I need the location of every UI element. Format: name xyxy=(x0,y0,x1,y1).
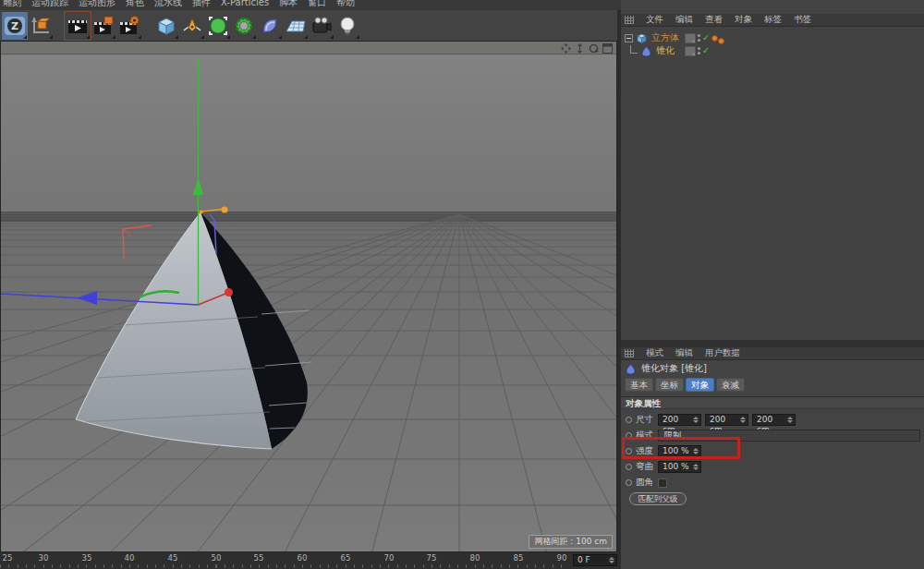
render-region-icon[interactable] xyxy=(91,12,116,40)
menu-item[interactable]: 运动跟踪 xyxy=(31,0,68,10)
strength-field[interactable]: 100 % xyxy=(658,445,701,457)
pan-view-icon[interactable] xyxy=(560,42,571,54)
tab-coordinates[interactable]: 坐标 xyxy=(655,378,684,392)
om-menu-item[interactable]: 标签 xyxy=(764,14,782,26)
viewport-header xyxy=(1,42,616,54)
light-icon[interactable] xyxy=(334,12,360,40)
object-name[interactable]: 锥化 xyxy=(656,44,675,57)
strength-label: 强度 xyxy=(636,445,658,457)
fillet-label: 圆角 xyxy=(636,477,658,489)
menu-item[interactable]: 角色 xyxy=(126,0,144,10)
deformer-icon[interactable] xyxy=(231,12,257,40)
keyframe-dot-icon[interactable] xyxy=(626,432,632,439)
attribute-manager-menubar: 模式 编辑 用户数据 xyxy=(621,347,924,360)
horizontal-splitter[interactable] xyxy=(621,340,924,347)
fillet-checkbox[interactable] xyxy=(658,478,667,488)
size-z-field[interactable]: 200 cm xyxy=(752,414,796,426)
keyframe-dot-icon[interactable] xyxy=(626,464,632,470)
panel-menu-icon[interactable] xyxy=(625,349,634,357)
object-tree[interactable]: 立方体 ✓ 锥化 ✓ xyxy=(621,28,924,340)
keyframe-dot-icon[interactable] xyxy=(626,417,632,423)
curvature-field[interactable]: 100 % xyxy=(658,461,701,473)
cube-primitive-icon[interactable] xyxy=(153,12,179,40)
visibility-dots-icon[interactable] xyxy=(698,47,700,54)
stepper-icon[interactable] xyxy=(609,557,614,563)
size-y-field[interactable]: 200 cm xyxy=(705,414,748,426)
pen-spline-icon[interactable] xyxy=(179,12,205,40)
curvature-label: 弯曲 xyxy=(636,461,658,473)
menu-item[interactable]: 脚本 xyxy=(279,0,298,10)
menu-item[interactable]: X-Particles xyxy=(221,0,269,10)
stepper-icon[interactable] xyxy=(693,417,699,423)
menu-item[interactable]: 运动图形 xyxy=(79,0,116,10)
phong-tag-icon[interactable] xyxy=(718,38,724,44)
om-menu-item[interactable]: 编辑 xyxy=(675,14,693,26)
menu-item[interactable]: 雕刻 xyxy=(3,0,21,10)
om-menu-item[interactable]: 对象 xyxy=(735,14,752,26)
render-settings-icon[interactable] xyxy=(116,12,142,40)
om-menu-item[interactable]: 文件 xyxy=(646,14,663,26)
mode-dropdown[interactable]: 限制 xyxy=(658,430,920,442)
render-view-icon[interactable] xyxy=(65,12,91,40)
section-object-properties[interactable]: 对象属性 xyxy=(621,396,924,409)
menu-item[interactable]: 窗口 xyxy=(308,0,326,10)
mode-row: 模式 限制 xyxy=(621,429,924,442)
rotate-view-icon[interactable] xyxy=(588,42,599,54)
panel-menu-icon[interactable] xyxy=(625,16,634,24)
stepper-icon[interactable] xyxy=(693,448,699,454)
subdivision-generator-icon[interactable] xyxy=(205,12,231,40)
axis-workplane-icon[interactable] xyxy=(28,12,54,40)
viewport-panel[interactable]: 网格间距 : 100 cm xyxy=(0,41,617,552)
enabled-check-icon[interactable]: ✓ xyxy=(702,46,710,55)
object-row-cube[interactable]: 立方体 ✓ xyxy=(621,31,924,44)
om-menu-item[interactable]: 书签 xyxy=(794,14,811,26)
toolbar-separator xyxy=(142,12,153,40)
enabled-check-icon[interactable]: ✓ xyxy=(702,33,710,42)
layer-icon[interactable] xyxy=(685,46,696,56)
timeline-ruler[interactable]: 25 30 35 40 45 50 55 60 65 70 75 80 85 9… xyxy=(0,552,621,569)
timeline-tick-marks[interactable] xyxy=(0,564,569,568)
timeline-tick: 85 xyxy=(509,553,528,563)
viewport-canvas[interactable] xyxy=(1,55,616,551)
menu-item[interactable]: 帮助 xyxy=(336,0,355,10)
svg-text:Z: Z xyxy=(11,20,18,32)
fit-to-parent-button[interactable]: 匹配到父级 xyxy=(629,492,687,505)
visibility-dots-icon[interactable] xyxy=(698,34,700,42)
curvature-value: 100 % xyxy=(663,462,689,471)
horizon-band xyxy=(1,212,616,222)
am-menu-item[interactable]: 编辑 xyxy=(675,347,693,359)
size-x-field[interactable]: 200 cm xyxy=(658,414,701,426)
om-menu-item[interactable]: 查看 xyxy=(705,14,723,26)
cube-icon xyxy=(636,32,648,44)
stepper-icon[interactable] xyxy=(693,464,699,470)
apex-point[interactable] xyxy=(200,211,203,214)
phong-tag-icon[interactable] xyxy=(711,35,718,42)
tab-falloff[interactable]: 衰减 xyxy=(716,378,745,392)
current-frame-field[interactable]: 0 F xyxy=(573,554,617,566)
floor-environment-icon[interactable] xyxy=(283,12,309,40)
camera-icon[interactable] xyxy=(309,12,334,40)
collapse-icon[interactable] xyxy=(625,34,633,42)
stepper-icon[interactable] xyxy=(787,417,793,423)
am-menu-item[interactable]: 用户数据 xyxy=(705,347,740,359)
object-row-taper[interactable]: 锥化 ✓ xyxy=(621,44,924,57)
tab-basic[interactable]: 基本 xyxy=(625,378,653,392)
taper-handle[interactable] xyxy=(222,207,228,213)
field-falloff-icon[interactable] xyxy=(257,12,283,40)
menu-item[interactable]: 流水线 xyxy=(154,0,182,10)
layer-icon[interactable] xyxy=(685,33,696,43)
keyframe-dot-icon[interactable] xyxy=(626,448,632,454)
tab-object[interactable]: 对象 xyxy=(686,378,714,392)
curvature-row: 弯曲 100 % xyxy=(621,460,924,474)
keyframe-dot-icon[interactable] xyxy=(626,479,632,486)
object-name[interactable]: 立方体 xyxy=(651,31,679,44)
x-axis-handle[interactable] xyxy=(225,288,233,297)
maximize-view-icon[interactable] xyxy=(602,42,613,54)
goz-bridge-icon[interactable]: Z xyxy=(2,12,28,40)
stepper-icon[interactable] xyxy=(740,417,746,423)
am-menu-item[interactable]: 模式 xyxy=(646,347,663,359)
dolly-view-icon[interactable] xyxy=(574,42,585,54)
timeline-tick: 50 xyxy=(207,553,225,563)
menu-item[interactable]: 插件 xyxy=(192,0,211,10)
main-toolbar: Z xyxy=(0,10,617,41)
